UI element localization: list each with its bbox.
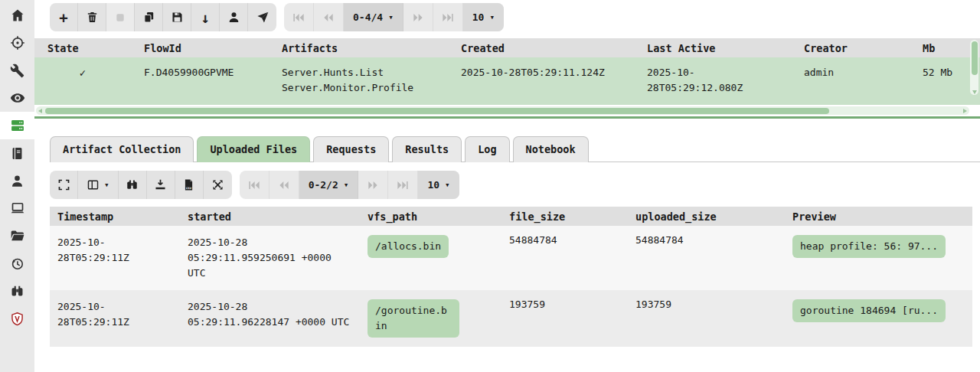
columns-dropdown-button[interactable]: ▾ — [78, 171, 119, 199]
prev-page-button[interactable] — [270, 171, 299, 199]
tab-results[interactable]: Results — [392, 136, 462, 162]
file-vfs-path-cell: /goroutine.bin — [360, 290, 501, 347]
preview-badge[interactable]: goroutine 184694 [ru... — [792, 299, 946, 322]
flows-pagination: 0-4/4 ▾ 10 ▾ — [284, 3, 504, 31]
flows-table-header: State FlowId Artifacts Created Last Acti… — [34, 38, 980, 57]
flow-detail-tabs: Artifact Collection Uploaded Files Reque… — [50, 135, 980, 162]
sidebar-item-history[interactable] — [0, 250, 34, 277]
chevron-down-icon: ▾ — [489, 13, 495, 21]
flow-row[interactable]: ✓ F.D4059900GPVME Server.Hunts.List Serv… — [34, 57, 980, 105]
send-button[interactable] — [248, 3, 276, 31]
scroll-down-arrow-icon — [972, 90, 977, 94]
page-range-dropdown[interactable]: 0-2/2 ▾ — [299, 171, 359, 199]
last-page-icon — [397, 179, 409, 191]
search-rows-button[interactable] — [119, 171, 147, 199]
download-tray-icon — [154, 178, 167, 191]
chevron-down-icon: ▾ — [445, 181, 450, 189]
uploaded-size-cell: 54884784 — [628, 226, 785, 290]
user-button[interactable] — [220, 3, 248, 31]
expand-button[interactable] — [204, 171, 232, 199]
vfs-path-badge[interactable]: /allocs.bin — [368, 235, 449, 258]
save-button[interactable] — [163, 3, 191, 31]
column-header-flowid: FlowId — [131, 38, 269, 57]
sidebar-item-vfs[interactable] — [0, 222, 34, 250]
column-header-timestamp: Timestamp — [50, 207, 180, 226]
files-button-group: ▾ csv — [50, 171, 232, 199]
user-icon — [10, 174, 24, 188]
chevron-down-icon: ▾ — [104, 181, 109, 189]
sidebar-item-users[interactable] — [0, 167, 34, 194]
file-preview-cell: heap profile: 56: 97... — [785, 226, 972, 290]
flows-toolbar: + ↓ 0-4/4 ▾ 10 ▾ — [34, 0, 980, 31]
page-size-label: 10 — [427, 179, 439, 191]
file-size-cell: 54884784 — [501, 226, 628, 290]
file-row[interactable]: 2025-10-28T05:29:11Z 2025-10-28 05:29:11… — [50, 226, 972, 290]
page-range-dropdown[interactable]: 0-4/4 ▾ — [344, 3, 403, 31]
horizontal-scrollbar-thumb[interactable] — [45, 108, 829, 114]
vertical-scrollbar-thumb[interactable] — [972, 41, 978, 75]
files-toolbar: ▾ csv 0-2/2 ▾ 10 ▾ — [34, 162, 980, 199]
next-page-button[interactable] — [358, 171, 388, 199]
page-range-label: 0-4/4 — [353, 11, 383, 23]
preview-badge[interactable]: heap profile: 56: 97... — [792, 235, 946, 258]
column-header-preview: Preview — [785, 207, 972, 226]
save-icon — [171, 11, 184, 24]
column-header-last-active: Last Active — [634, 38, 791, 57]
vertical-scrollbar[interactable] — [970, 40, 978, 95]
history-icon — [10, 256, 24, 271]
first-page-button[interactable] — [284, 3, 314, 31]
files-table-header: Timestamp started vfs_path file_size upl… — [50, 207, 972, 226]
sidebar-item-hunts[interactable] — [0, 29, 34, 57]
first-page-button[interactable] — [240, 171, 270, 199]
binoculars-icon — [126, 178, 139, 191]
export-csv-button[interactable]: csv — [175, 171, 204, 199]
shield-icon — [10, 312, 24, 326]
tab-notebook[interactable]: Notebook — [513, 136, 589, 162]
prev-page-button[interactable] — [314, 3, 344, 31]
copy-button[interactable] — [135, 3, 163, 31]
next-page-button[interactable] — [403, 3, 433, 31]
artifact-name: Server.Hunts.List — [282, 65, 435, 80]
file-row[interactable]: 2025-10-28T05:29:11Z 2025-10-28 05:29:11… — [50, 290, 972, 347]
tab-artifact-collection[interactable]: Artifact Collection — [50, 136, 194, 162]
main-content: + ↓ 0-4/4 ▾ 10 ▾ State — [34, 0, 980, 372]
sidebar-item-tools[interactable] — [0, 57, 34, 84]
fullscreen-button[interactable] — [50, 171, 78, 199]
flow-creator-cell: admin — [791, 57, 910, 105]
page-size-dropdown[interactable]: 10 ▾ — [463, 3, 504, 31]
sidebar-item-server-collections[interactable] — [0, 112, 34, 139]
notebook-icon — [10, 146, 24, 161]
scroll-left-arrow-icon — [38, 109, 42, 113]
sidebar-item-home[interactable] — [0, 2, 34, 29]
tab-requests[interactable]: Requests — [313, 136, 389, 162]
sidebar-item-search[interactable] — [0, 277, 34, 305]
home-icon — [10, 8, 25, 23]
sidebar-item-monitoring[interactable] — [0, 84, 34, 112]
last-page-icon — [442, 11, 454, 24]
last-page-button[interactable] — [388, 171, 418, 199]
column-header-artifacts: Artifacts — [269, 38, 448, 57]
sidebar-item-clients[interactable] — [0, 194, 34, 222]
page-size-dropdown[interactable]: 10 ▾ — [418, 171, 459, 199]
download-files-button[interactable] — [147, 171, 175, 199]
sidebar-item-velociraptor[interactable] — [0, 305, 34, 332]
flow-created-cell: 2025-10-28T05:29:11.124Z — [448, 57, 634, 105]
new-collection-button[interactable]: + — [50, 3, 78, 31]
column-header-file-size: file_size — [501, 207, 628, 226]
delete-button[interactable] — [78, 3, 106, 31]
download-button[interactable]: ↓ — [191, 3, 220, 31]
crosshair-icon — [10, 35, 25, 51]
tab-log[interactable]: Log — [465, 136, 509, 162]
horizontal-scrollbar[interactable] — [36, 106, 969, 115]
copy-icon — [142, 11, 155, 24]
tab-uploaded-files[interactable]: Uploaded Files — [197, 136, 310, 162]
sidebar-item-notebooks[interactable] — [0, 139, 34, 167]
column-header-started: started — [180, 207, 360, 226]
vfs-path-badge[interactable]: /goroutine.bin — [368, 299, 459, 338]
stop-button[interactable] — [106, 3, 135, 31]
file-started-cell: 2025-10-28 05:29:11.96228147 +0000 UTC — [180, 290, 360, 347]
plus-icon: + — [59, 9, 67, 26]
column-header-creator: Creator — [791, 38, 910, 57]
last-page-button[interactable] — [433, 3, 463, 31]
flow-state-check-icon: ✓ — [34, 57, 131, 105]
